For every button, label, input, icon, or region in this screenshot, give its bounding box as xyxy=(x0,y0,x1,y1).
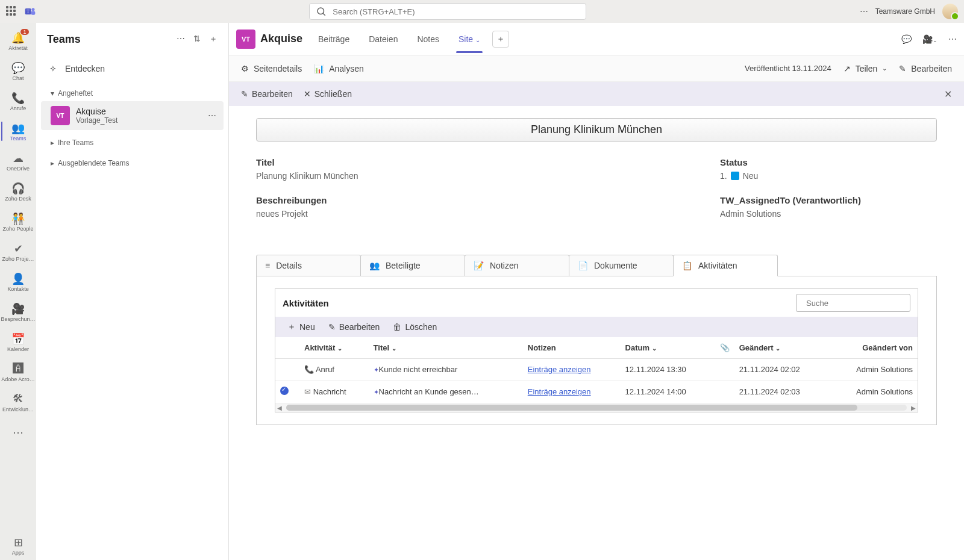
col-modified[interactable]: Geändert ⌄ xyxy=(734,337,829,359)
section-your-teams[interactable]: ▸Ihre Teams xyxy=(41,135,224,151)
activities-search-input[interactable] xyxy=(806,299,907,308)
activity-badge: 1 xyxy=(20,29,29,35)
channel-akquise[interactable]: VT Akquise Vorlage_Test ⋯ xyxy=(41,101,224,130)
more-icon: ⋯ xyxy=(11,426,25,439)
edit-button[interactable]: ✎Bearbeiten xyxy=(328,322,380,332)
svg-rect-3 xyxy=(31,11,36,15)
people-icon: 👥 xyxy=(369,261,380,270)
attach-icon: 📎 xyxy=(720,343,730,352)
calendar-icon: 📅 xyxy=(11,332,25,346)
share-button[interactable]: ↗Teilen⌄ xyxy=(844,64,887,73)
rail-dev[interactable]: 🛠Entwicklun… xyxy=(1,388,35,417)
rail-zoho-desk[interactable]: 🎧Zoho Desk xyxy=(1,177,35,206)
section-pinned[interactable]: ▾Angeheftet xyxy=(41,86,224,101)
meet-icon[interactable]: 🎥⌄ xyxy=(922,34,937,44)
app-rail: 1 🔔 Aktivität 💬Chat 📞Anrufe 👥Teams ☁OneD… xyxy=(0,23,36,560)
col-title[interactable]: Titel ⌄ xyxy=(369,337,523,359)
edit-page-button[interactable]: ✎Bearbeiten xyxy=(899,64,952,73)
ltab-activities[interactable]: 📋Aktivitäten xyxy=(673,255,778,276)
tab-more-icon[interactable]: ⋯ xyxy=(948,34,957,44)
main-content: VT Akquise Beiträge Dateien Notes Site ⌄… xyxy=(229,23,964,560)
rail-adobe[interactable]: 🅰Adobe Acro… xyxy=(1,358,35,387)
tab-posts[interactable]: Beiträge xyxy=(311,26,357,52)
col-notes[interactable]: Notizen xyxy=(523,337,621,359)
delete-button[interactable]: 🗑Löschen xyxy=(393,322,437,332)
ltab-notes[interactable]: 📝Notizen xyxy=(465,255,569,276)
sparkle-icon: ✦ xyxy=(374,388,379,396)
chat-icon: 💬 xyxy=(11,61,25,75)
value-status: 1. Neu xyxy=(720,171,758,181)
sparkle-icon: ✦ xyxy=(374,366,379,373)
people-icon: 👥 xyxy=(11,122,25,135)
cell-modifiedby: Admin Solutions xyxy=(829,381,918,403)
rail-zoho-people[interactable]: 🧑‍🤝‍🧑Zoho People xyxy=(1,207,35,236)
channel-name: Akquise xyxy=(76,107,117,116)
ltab-participants[interactable]: 👥Beteiligte xyxy=(360,255,465,276)
rail-meetings[interactable]: 🎥Besprechun… xyxy=(1,297,35,326)
teams-more-icon[interactable]: ⋯ xyxy=(177,34,185,45)
section-hidden-teams[interactable]: ▸Ausgeblendete Teams xyxy=(41,155,224,171)
rail-apps[interactable]: ⊞Apps xyxy=(1,531,35,560)
svg-line-5 xyxy=(323,13,325,16)
ltab-details[interactable]: ≡Details xyxy=(256,255,361,276)
app-launcher-icon[interactable] xyxy=(6,6,17,17)
check-icon: ✔ xyxy=(11,242,25,255)
row-selected-icon[interactable] xyxy=(280,387,289,395)
scroll-left-icon[interactable]: ◀ xyxy=(275,405,284,411)
rail-calendar[interactable]: 📅Kalender xyxy=(1,328,35,356)
channel-more-icon[interactable]: ⋯ xyxy=(208,111,216,120)
rail-onedrive[interactable]: ☁OneDrive xyxy=(1,147,35,176)
cell-title: Kunde nicht erreichbar xyxy=(379,365,458,374)
add-team-icon[interactable]: ＋ xyxy=(209,34,218,45)
horizontal-scrollbar[interactable]: ◀ ▶ xyxy=(275,403,918,412)
pencil-icon: ✎ xyxy=(328,322,336,332)
cell-activity: Anruf xyxy=(316,365,334,374)
table-row[interactable]: ✉ Nachricht✦Nachricht an Kunde gesen…Ein… xyxy=(275,381,918,403)
rail-chat[interactable]: 💬Chat xyxy=(1,57,35,86)
strip-close-button[interactable]: ✕Schließen xyxy=(304,89,352,99)
col-modifiedby[interactable]: Geändert von xyxy=(829,337,918,359)
rail-zoho-proj[interactable]: ✔Zoho Proje… xyxy=(1,237,35,266)
mail-icon: ✉ xyxy=(304,387,311,396)
rail-teams[interactable]: 👥Teams xyxy=(1,117,35,146)
search-input[interactable] xyxy=(333,7,580,16)
global-search[interactable] xyxy=(309,3,586,20)
user-avatar[interactable] xyxy=(942,4,958,19)
sparkle-icon: ✧ xyxy=(49,64,57,73)
col-date[interactable]: Datum ⌄ xyxy=(621,337,715,359)
ltab-documents[interactable]: 📄Dokumente xyxy=(569,255,674,276)
discover-button[interactable]: ✧ Entdecken xyxy=(36,55,228,82)
more-icon[interactable]: ⋯ xyxy=(860,7,868,16)
chevron-right-icon: ▸ xyxy=(51,159,54,167)
tab-site[interactable]: Site ⌄ xyxy=(451,26,487,52)
filter-icon[interactable]: ⇅ xyxy=(193,34,201,45)
chevron-down-icon: ⌄ xyxy=(337,345,342,352)
col-activity[interactable]: Aktivität ⌄ xyxy=(299,337,369,359)
adobe-icon: 🅰 xyxy=(11,362,25,376)
people2-icon: 🧑‍🤝‍🧑 xyxy=(11,212,25,225)
tab-files[interactable]: Dateien xyxy=(362,26,405,52)
tab-notes[interactable]: Notes xyxy=(410,26,446,52)
analytics-button[interactable]: 📊Analysen xyxy=(314,64,364,73)
chat-icon[interactable]: 💬 xyxy=(901,34,912,44)
col-attach[interactable]: 📎 xyxy=(715,337,734,359)
notes-link[interactable]: Einträge anzeigen xyxy=(528,387,591,396)
scroll-thumb[interactable] xyxy=(286,405,857,411)
notes-link[interactable]: Einträge anzeigen xyxy=(528,365,591,374)
page-details-button[interactable]: ⚙Seitendetails xyxy=(241,64,302,73)
rail-calls[interactable]: 📞Anrufe xyxy=(1,87,35,116)
rail-contacts[interactable]: 👤Kontakte xyxy=(1,267,35,296)
dev-icon: 🛠 xyxy=(11,393,25,406)
scroll-right-icon[interactable]: ▶ xyxy=(909,405,918,411)
strip-edit-button[interactable]: ✎Bearbeiten xyxy=(241,89,293,99)
rail-more[interactable]: ⋯ xyxy=(1,418,35,447)
new-button[interactable]: ＋Neu xyxy=(287,322,315,332)
dismiss-strip-icon[interactable]: ✕ xyxy=(944,89,952,100)
edit-strip: ✎Bearbeiten ✕Schließen ✕ xyxy=(229,82,964,106)
table-row[interactable]: 📞 Anruf✦Kunde nicht erreichbarEinträge a… xyxy=(275,359,918,381)
cell-activity: Nachricht xyxy=(313,387,346,396)
rail-activity[interactable]: 1 🔔 Aktivität xyxy=(1,26,35,55)
chevron-down-icon: ⌄ xyxy=(775,345,780,352)
activities-search[interactable] xyxy=(796,294,910,312)
add-tab-button[interactable]: ＋ xyxy=(492,31,509,48)
